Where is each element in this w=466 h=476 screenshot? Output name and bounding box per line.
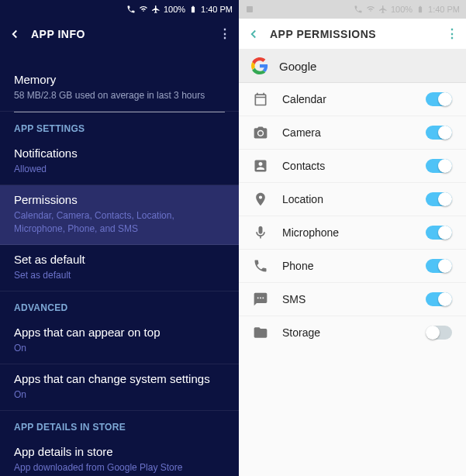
permission-camera: Camera (239, 116, 466, 150)
back-button[interactable] (8, 27, 22, 41)
permission-label: Contacts (282, 160, 412, 172)
permission-label: Microphone (282, 226, 412, 239)
app-permissions-panel: 100% 1:40 PM APP PERMISSIONS ⋮ Google Ca… (239, 0, 466, 476)
appear-on-top-item[interactable]: Apps that can appear on top On (0, 318, 239, 364)
page-title: APP PERMISSIONS (270, 28, 376, 40)
calendar-icon (253, 91, 268, 107)
page-title: APP INFO (31, 28, 85, 40)
permission-calendar: Calendar (239, 83, 466, 116)
battery-icon (188, 5, 198, 14)
clock-text: 1:40 PM (201, 5, 233, 14)
permission-label: Phone (282, 260, 412, 272)
memory-title: Memory (14, 73, 225, 86)
section-store: APP DETAILS IN STORE (0, 411, 239, 437)
permissions-title: Permissions (14, 193, 225, 206)
store-sub: App downloaded from Google Play Store (14, 461, 225, 474)
storage-icon (253, 325, 268, 340)
wifi-icon (139, 5, 148, 14)
permission-storage: Storage (239, 316, 466, 349)
sms-icon (253, 291, 268, 307)
permission-label: Camera (282, 126, 412, 139)
microphone-icon (253, 225, 268, 240)
phone-icon (253, 258, 268, 274)
back-button[interactable] (247, 27, 261, 41)
overflow-menu-button[interactable]: ⋮ (219, 28, 232, 40)
permission-phone: Phone (239, 250, 466, 283)
notification-icon (245, 5, 254, 14)
memory-item[interactable]: Memory 58 MB/2.8 GB used on average in l… (0, 65, 239, 112)
battery-percent: 100% (164, 5, 185, 14)
permission-label: Calendar (282, 93, 412, 105)
app-info-panel: 100% 1:40 PM APP INFO ⋮ Memory 58 MB/2.8… (0, 0, 239, 476)
permission-label: SMS (282, 293, 412, 305)
store-item[interactable]: App details in store App downloaded from… (0, 437, 239, 476)
permission-label: Storage (282, 326, 412, 339)
wifi-icon (366, 5, 375, 14)
svg-rect-0 (247, 6, 253, 12)
call-icon (354, 5, 363, 14)
permission-toggle[interactable] (426, 259, 452, 273)
app-info-header: APP INFO ⋮ (0, 19, 239, 50)
set-default-title: Set as default (14, 253, 225, 266)
notifications-item[interactable]: Notifications Allowed (0, 139, 239, 185)
airplane-icon (378, 5, 388, 14)
clock-text: 1:40 PM (428, 5, 460, 14)
section-advanced: ADVANCED (0, 291, 239, 318)
appear-on-top-title: Apps that can appear on top (14, 326, 225, 339)
app-permissions-header: APP PERMISSIONS ⋮ (239, 19, 466, 50)
app-row: Google (239, 50, 466, 83)
change-system-sub: On (14, 388, 225, 401)
permission-toggle[interactable] (426, 92, 452, 106)
call-icon (126, 5, 136, 14)
permission-contacts: Contacts (239, 150, 466, 183)
section-app-settings: APP SETTINGS (0, 112, 239, 139)
google-logo-icon (251, 57, 268, 74)
set-default-sub: Set as default (14, 269, 225, 281)
memory-sub: 58 MB/2.8 GB used on average in last 3 h… (14, 89, 225, 102)
permission-toggle[interactable] (426, 126, 452, 140)
status-bar: 100% 1:40 PM (239, 0, 466, 19)
notifications-sub: Allowed (14, 163, 225, 175)
permission-microphone: Microphone (239, 216, 466, 250)
permission-toggle[interactable] (426, 292, 452, 306)
battery-icon (416, 5, 425, 14)
location-icon (253, 191, 268, 207)
change-system-title: Apps that can change system settings (14, 372, 225, 385)
permissions-item[interactable]: Permissions Calendar, Camera, Contacts, … (0, 185, 239, 244)
permission-toggle[interactable] (426, 226, 452, 240)
appear-on-top-sub: On (14, 342, 225, 354)
notifications-title: Notifications (14, 147, 225, 160)
permission-sms: SMS (239, 283, 466, 316)
permission-toggle[interactable] (426, 192, 452, 206)
set-default-item[interactable]: Set as default Set as default (0, 245, 239, 291)
permission-toggle[interactable] (426, 326, 452, 340)
change-system-item[interactable]: Apps that can change system settings On (0, 364, 239, 411)
battery-percent: 100% (391, 5, 412, 14)
permission-list: CalendarCameraContactsLocationMicrophone… (239, 83, 466, 349)
svg-point-1 (258, 131, 262, 135)
permissions-sub: Calendar, Camera, Contacts, Location, Mi… (14, 209, 225, 234)
permission-location: Location (239, 183, 466, 216)
airplane-icon (151, 5, 161, 14)
permission-toggle[interactable] (426, 159, 452, 173)
store-title: App details in store (14, 445, 225, 458)
status-bar: 100% 1:40 PM (0, 0, 239, 19)
permission-label: Location (282, 193, 412, 205)
contacts-icon (253, 158, 268, 174)
camera-icon (253, 125, 268, 140)
overflow-menu-button[interactable]: ⋮ (446, 28, 459, 40)
app-name: Google (279, 60, 316, 73)
